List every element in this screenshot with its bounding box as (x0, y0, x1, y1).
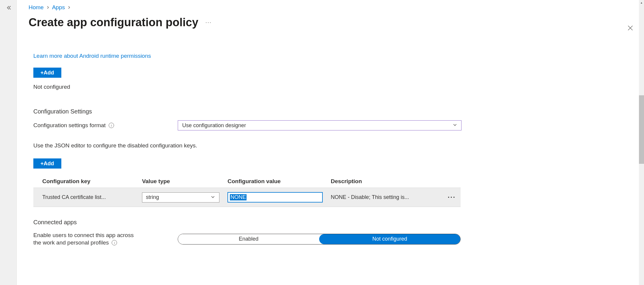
table-header-row: Configuration key Value type Configurati… (33, 175, 461, 188)
chevron-down-icon (211, 194, 215, 200)
chevron-right-icon (46, 6, 50, 9)
title-row: Create app configuration policy ··· (17, 11, 644, 29)
breadcrumb-home[interactable]: Home (29, 4, 44, 11)
cell-config-key: Trusted CA certificate list... (42, 194, 142, 200)
info-icon[interactable]: i (109, 123, 114, 128)
connected-apps-label-line2: the work and personal profiles (33, 239, 109, 247)
sidebar-collapse-button[interactable] (5, 4, 13, 11)
more-horizontal-icon: ··· (448, 194, 456, 201)
breadcrumb-separator (46, 4, 50, 11)
chevron-down-icon (453, 122, 457, 129)
title-more-button[interactable]: ··· (205, 19, 212, 26)
close-button[interactable] (626, 23, 635, 33)
connected-apps-label-line1: Enable users to connect this app across (33, 232, 134, 238)
connected-apps-row: Enable users to connect this app across … (33, 232, 629, 246)
header-configuration-key: Configuration key (42, 178, 142, 185)
header-description: Description (331, 178, 443, 185)
config-format-row: Configuration settings format i Use conf… (33, 120, 629, 130)
main-content-area: Home Apps Create app configuration polic… (17, 0, 644, 285)
permissions-add-button[interactable]: +Add (33, 68, 61, 78)
toggle-not-configured-option[interactable]: Not configured (319, 234, 460, 244)
config-format-value: Use configuration designer (182, 122, 246, 129)
scrollbar-thumb[interactable] (639, 95, 644, 164)
vertical-scrollbar[interactable]: ▴ (639, 0, 644, 285)
cell-description: NONE - Disable; This setting is... (331, 194, 443, 200)
page-title: Create app configuration policy (29, 16, 198, 29)
config-keys-table: Configuration key Value type Configurati… (33, 175, 461, 207)
connected-apps-toggle: Enabled Not configured (178, 234, 461, 244)
breadcrumb: Home Apps (17, 0, 644, 11)
configuration-value-text: NONE (230, 194, 247, 200)
table-row: Trusted CA certificate list... string NO… (33, 188, 461, 207)
configuration-value-input[interactable]: NONE (227, 192, 323, 203)
breadcrumb-apps[interactable]: Apps (52, 4, 65, 11)
row-actions-button[interactable]: ··· (443, 194, 461, 201)
connected-apps-label: Enable users to connect this app across … (33, 232, 178, 246)
scroll-up-arrow-icon[interactable]: ▴ (639, 0, 644, 5)
chevron-right-icon (67, 6, 71, 9)
value-type-text: string (146, 194, 159, 200)
permissions-learn-more-link[interactable]: Learn more about Android runtime permiss… (33, 53, 151, 59)
connected-apps-heading: Connected apps (33, 219, 629, 226)
chevron-double-left-icon (6, 5, 12, 10)
json-editor-helper-text: Use the JSON editor to configure the dis… (33, 142, 629, 149)
config-settings-heading: Configuration Settings (33, 108, 629, 115)
breadcrumb-separator (67, 4, 71, 11)
config-format-select[interactable]: Use configuration designer (178, 120, 461, 130)
form-content: Learn more about Android runtime permiss… (17, 29, 644, 246)
config-keys-add-button[interactable]: +Add (33, 158, 61, 169)
toggle-enabled-option[interactable]: Enabled (178, 234, 319, 244)
value-type-select[interactable]: string (142, 192, 219, 203)
header-configuration-value: Configuration value (227, 178, 331, 185)
close-icon (627, 25, 633, 31)
left-sidebar-rail (0, 0, 17, 285)
config-format-label: Configuration settings format i (33, 122, 178, 129)
config-format-label-text: Configuration settings format (33, 122, 106, 129)
header-value-type: Value type (142, 178, 227, 185)
permissions-not-configured-text: Not configured (33, 84, 629, 90)
info-icon[interactable]: i (112, 240, 117, 245)
